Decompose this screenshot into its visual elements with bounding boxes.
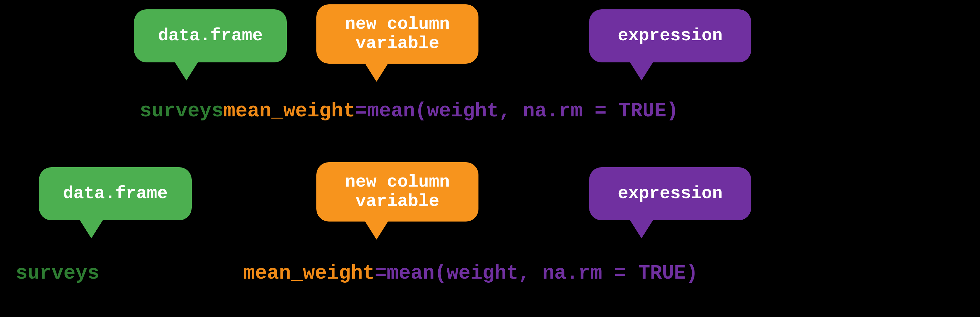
bubble-tail-new-column-row1	[365, 63, 388, 82]
bubble-tail-expression-row2	[630, 220, 653, 239]
bubble-tail-data-frame-row2	[80, 220, 103, 239]
code-line-row1: surveys mean_weight = mean(weight, na.rm…	[140, 100, 678, 122]
bubble-expression-row2: expression	[589, 167, 751, 220]
code-row1-expr: mean(weight, na.rm = TRUE)	[367, 100, 679, 122]
code-line-row2: surveys mean_weight = mean(weight, na.rm…	[16, 262, 698, 285]
bubble-new-column-row2: new column variable	[317, 162, 479, 221]
bubble-new-column-row2-line2: variable	[356, 192, 439, 211]
bubble-expression-row1: expression	[589, 10, 751, 62]
code-row2-expr: mean(weight, na.rm = TRUE)	[387, 262, 698, 285]
bubble-data-frame-row1: data.frame	[134, 10, 287, 62]
code-row1-df: surveys	[140, 100, 223, 122]
code-row2-eq: =	[375, 262, 387, 285]
code-row2-gap	[99, 262, 243, 285]
bubble-tail-data-frame-row1	[175, 62, 198, 80]
bubble-new-column-row1-line2: variable	[356, 34, 439, 53]
bubble-data-frame-row2: data.frame	[39, 167, 192, 220]
code-row2-df: surveys	[16, 262, 99, 285]
bubble-new-column-row1: new column variable	[317, 4, 479, 64]
code-row1-newcol: mean_weight	[223, 100, 355, 122]
code-row1-eq: =	[355, 100, 367, 122]
bubble-tail-new-column-row2	[365, 221, 388, 240]
bubble-new-column-row1-line1: new column	[345, 14, 450, 34]
code-row2-newcol: mean_weight	[243, 262, 375, 285]
bubble-new-column-row2-line1: new column	[345, 173, 450, 192]
bubble-tail-expression-row1	[630, 62, 653, 80]
